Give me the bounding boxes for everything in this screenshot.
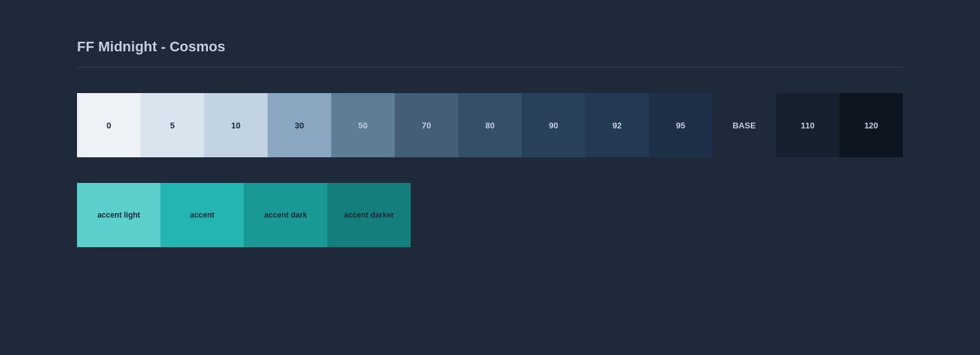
page-title: FF Midnight - Cosmos <box>77 39 903 55</box>
color-swatch-10: 10 <box>204 93 268 157</box>
title-divider <box>77 67 903 67</box>
color-swatch-base: BASE <box>712 93 776 157</box>
accent-swatch-accent-dark: accent dark <box>244 183 327 247</box>
accent-swatch-accent-light: accent light <box>77 183 160 247</box>
accent-row: accent lightaccentaccent darkaccent dark… <box>77 183 411 247</box>
color-swatch-0: 0 <box>77 93 141 157</box>
color-swatch-120: 120 <box>839 93 903 157</box>
color-swatch-90: 90 <box>522 93 585 157</box>
color-swatch-70: 70 <box>395 93 458 157</box>
page-container: FF Midnight - Cosmos 051030507080909295B… <box>0 0 980 286</box>
color-swatch-5: 5 <box>141 93 204 157</box>
color-swatch-80: 80 <box>458 93 522 157</box>
color-swatch-50: 50 <box>331 93 395 157</box>
color-swatch-95: 95 <box>649 93 712 157</box>
color-swatch-30: 30 <box>268 93 331 157</box>
swatch-row-lightness: 051030507080909295BASE110120 <box>77 93 903 157</box>
accent-swatch-accent-darker: accent darker <box>327 183 411 247</box>
accent-swatch-accent: accent <box>160 183 244 247</box>
color-swatch-110: 110 <box>776 93 839 157</box>
color-swatch-92: 92 <box>585 93 649 157</box>
